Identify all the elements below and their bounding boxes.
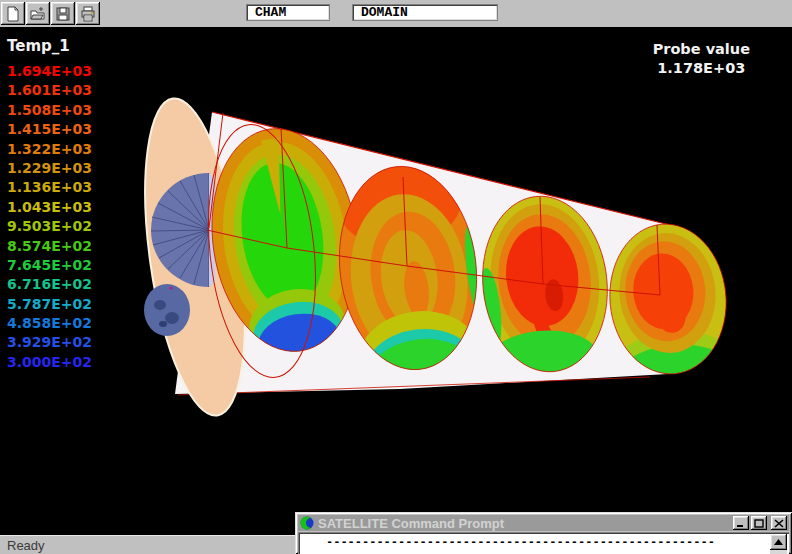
legend-value: 1.415E+03 [7,120,92,139]
window-title: SATELLITE Command Prompt [318,516,731,531]
close-button[interactable] [771,516,787,530]
probe-value: 1.178E+03 [653,59,750,78]
domain-field[interactable]: DOMAIN [352,4,498,21]
legend-value: 1.229E+03 [7,159,92,178]
open-file-button[interactable] [26,2,50,25]
legend-value: 5.787E+02 [7,295,92,314]
command-output-area[interactable]: ----------------------------------------… [298,532,789,554]
save-file-button[interactable] [51,2,75,25]
status-text: Ready [0,538,45,553]
arrow-up-icon [774,539,783,545]
probe-label: Probe value [653,40,750,59]
scroll-up-button[interactable] [770,534,787,550]
print-button[interactable] [76,2,100,25]
close-icon [774,519,784,528]
vertical-scrollbar[interactable] [770,534,787,554]
legend-value: 1.694E+03 [7,62,92,81]
minimize-button[interactable] [733,516,749,530]
legend-entries: 1.694E+031.601E+031.508E+031.415E+031.32… [7,62,92,372]
legend-value: 1.508E+03 [7,101,92,120]
print-icon [80,6,96,22]
application-window: CHAM DOMAIN [0,0,792,554]
legend-title: Temp_1 [7,37,92,55]
satellite-command-prompt-window: SATELLITE Command Prompt ---------------… [295,512,792,554]
viewport-3d: Temp_1 1.694E+031.601E+031.508E+031.415E… [0,27,792,535]
legend-value: 6.716E+02 [7,275,92,294]
inlet-disc [144,284,190,336]
legend-value: 1.601E+03 [7,81,92,100]
title-bar[interactable]: SATELLITE Command Prompt [298,515,789,531]
minimize-icon [736,519,746,528]
legend-value: 3.000E+02 [7,353,92,372]
toolbar: CHAM DOMAIN [0,0,792,27]
maximize-icon [754,519,764,528]
combustor-visualization[interactable] [0,27,792,535]
new-document-icon [5,6,21,22]
temperature-legend: Temp_1 1.694E+031.601E+031.508E+031.415E… [7,37,92,372]
legend-value: 3.929E+02 [7,333,92,352]
satellite-app-icon [300,516,314,530]
legend-value: 1.136E+03 [7,178,92,197]
legend-value: 9.503E+02 [7,217,92,236]
legend-value: 1.043E+03 [7,198,92,217]
save-floppy-icon [55,6,71,22]
probe-readout: Probe value 1.178E+03 [653,40,750,78]
new-document-button[interactable] [1,2,25,25]
open-folder-icon [30,6,46,22]
maximize-button[interactable] [751,516,767,530]
legend-value: 1.322E+03 [7,140,92,159]
command-output-line: ----------------------------------------… [298,532,789,550]
legend-value: 4.858E+02 [7,314,92,333]
legend-value: 7.645E+02 [7,256,92,275]
cham-field[interactable]: CHAM [246,4,330,21]
legend-value: 8.574E+02 [7,237,92,256]
